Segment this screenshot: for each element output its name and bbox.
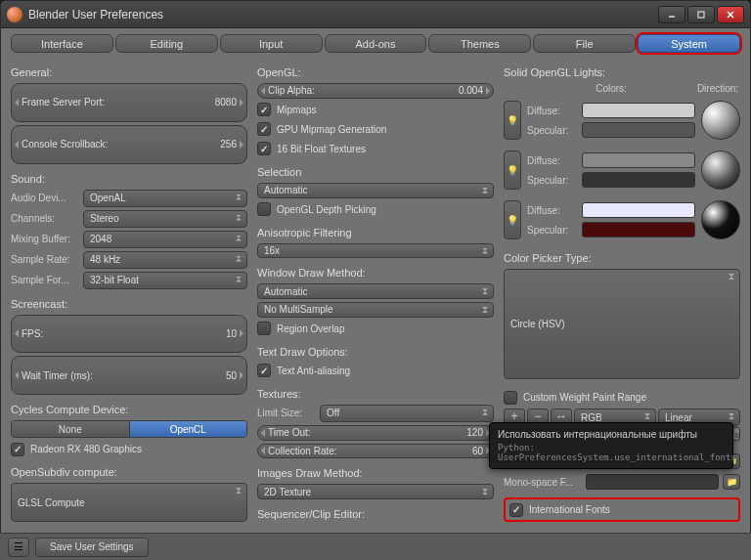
wdm-multisample[interactable]: No MultiSample <box>257 302 494 318</box>
col-general: General: Frame Server Port:8080 Console … <box>11 61 247 522</box>
col-opengl: OpenGL: Clip Alpha:0.004 Mipmaps GPU Mip… <box>257 61 494 522</box>
minimize-button[interactable] <box>658 6 685 23</box>
gpu-mipmap[interactable]: GPU Mipmap Generation <box>257 121 494 138</box>
limit-size[interactable]: Off <box>320 405 494 422</box>
lights-label: Solid OpenGL Lights: <box>504 66 740 78</box>
light-2-diffuse[interactable] <box>582 152 695 168</box>
app-icon <box>7 7 22 22</box>
screencast-label: Screencast: <box>11 298 247 310</box>
mipmaps[interactable]: Mipmaps <box>257 102 494 118</box>
light-2-specular[interactable] <box>582 172 695 188</box>
osd-label: OpenSubdiv compute: <box>11 466 247 478</box>
img-label: Images Draw Method: <box>257 467 494 479</box>
aniso-label: Anisotropic Filtering <box>257 227 494 238</box>
save-user-settings[interactable]: Save User Settings <box>35 538 149 557</box>
light-1-specular[interactable] <box>582 122 695 138</box>
frame-server-port[interactable]: Frame Server Port:8080 <box>11 83 247 122</box>
light-2-direction[interactable] <box>701 151 740 190</box>
maximize-button[interactable] <box>687 6 715 23</box>
custom-weight-paint[interactable]: Custom Weight Paint Range <box>504 389 740 406</box>
tab-system[interactable]: System <box>638 34 740 53</box>
preferences-window: Blender User Preferences Interface Editi… <box>0 0 751 560</box>
compute-none[interactable]: None <box>12 421 130 437</box>
window-title: Blender User Preferences <box>28 8 658 22</box>
region-overlap[interactable]: Region Overlap <box>257 321 494 337</box>
tooltip-python: Python: UserPreferencesSystem.use_intern… <box>498 443 725 462</box>
selection-mode[interactable]: Automatic <box>257 183 494 198</box>
light-1-toggle[interactable] <box>504 101 521 140</box>
prefs-icon[interactable]: ☰ <box>8 538 29 557</box>
depth-picking[interactable]: OpenGL Depth Picking <box>257 201 494 218</box>
light-1-diffuse[interactable] <box>582 103 695 118</box>
gpu-radeon[interactable]: Radeon RX 480 Graphics <box>11 441 247 457</box>
opengl-label: OpenGL: <box>257 66 494 78</box>
wdm-method[interactable]: Automatic <box>257 283 494 299</box>
time-out[interactable]: Time Out:120 <box>257 425 494 441</box>
audio-device[interactable]: OpenAL <box>83 190 247 207</box>
osd-compute[interactable]: GLSL Compute <box>11 483 247 522</box>
light-3-diffuse[interactable] <box>582 202 695 218</box>
collection-rate[interactable]: Collection Rate:60 <box>257 444 494 459</box>
light-2-toggle[interactable] <box>504 151 521 190</box>
float16-tex[interactable]: 16 Bit Float Textures <box>257 141 494 157</box>
channels[interactable]: Stereo <box>83 210 247 228</box>
compute-opencl[interactable]: OpenCL <box>130 421 247 437</box>
mixing-buffer[interactable]: 2048 <box>83 231 247 248</box>
tex-label: Textures: <box>257 388 494 400</box>
aniso-value[interactable]: 16x <box>257 243 494 259</box>
tooltip-text: Использовать интернациональные шрифты <box>498 429 725 440</box>
tab-editing[interactable]: Editing <box>115 34 218 53</box>
compute-device-toggle: None OpenCL <box>11 420 247 438</box>
text-aa[interactable]: Text Anti-aliasing <box>257 363 494 379</box>
selection-label: Selection <box>257 166 494 178</box>
tooltip: Использовать интернациональные шрифты Py… <box>489 422 733 469</box>
tabs: Interface Editing Input Add-ons Themes F… <box>1 28 750 57</box>
cycles-label: Cycles Compute Device: <box>11 404 247 415</box>
sound-label: Sound: <box>11 173 247 185</box>
console-scrollback[interactable]: Console Scrollback:256 <box>11 125 247 164</box>
mono-font-path[interactable] <box>586 474 719 490</box>
svg-rect-1 <box>698 12 704 18</box>
mono-font-browse[interactable]: 📁 <box>723 474 740 490</box>
tab-addons[interactable]: Add-ons <box>325 34 427 53</box>
sample-rate[interactable]: 48 kHz <box>83 251 247 269</box>
close-button[interactable] <box>717 6 744 23</box>
img-method[interactable]: 2D Texture <box>257 484 494 499</box>
fps[interactable]: FPS:10 <box>11 315 247 354</box>
tab-themes[interactable]: Themes <box>428 34 531 53</box>
light-3-toggle[interactable] <box>504 200 521 239</box>
color-picker-type[interactable]: Circle (HSV) <box>504 269 740 379</box>
light-3-specular[interactable] <box>582 222 695 237</box>
tab-file[interactable]: File <box>533 34 636 53</box>
wait-timer[interactable]: Wait Timer (ms):50 <box>11 356 247 395</box>
tab-input[interactable]: Input <box>220 34 323 53</box>
cpt-label: Color Picker Type: <box>504 252 740 264</box>
wdm-label: Window Draw Method: <box>257 267 494 279</box>
clip-alpha[interactable]: Clip Alpha:0.004 <box>257 83 494 99</box>
general-label: General: <box>11 66 247 78</box>
international-fonts[interactable]: International Fonts <box>509 501 734 518</box>
sample-format[interactable]: 32-bit Float <box>83 272 247 289</box>
tdo-label: Text Draw Options: <box>257 346 494 358</box>
seq-label: Sequencer/Clip Editor: <box>257 508 494 520</box>
light-1-direction[interactable] <box>701 101 740 140</box>
light-3-direction[interactable] <box>701 200 740 239</box>
titlebar: Blender User Preferences <box>1 1 750 28</box>
footer: ☰ Save User Settings <box>0 533 751 560</box>
tab-interface[interactable]: Interface <box>11 34 113 53</box>
